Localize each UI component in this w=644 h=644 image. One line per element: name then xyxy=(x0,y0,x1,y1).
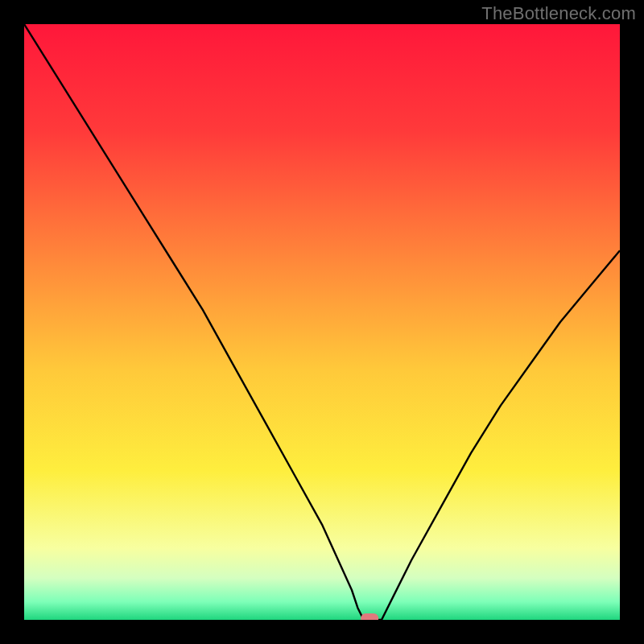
chart-frame: TheBottleneck.com xyxy=(0,0,644,644)
optimal-marker xyxy=(361,613,378,620)
watermark-text: TheBottleneck.com xyxy=(481,3,636,24)
bottleneck-plot xyxy=(24,24,620,620)
gradient-background xyxy=(24,24,620,620)
